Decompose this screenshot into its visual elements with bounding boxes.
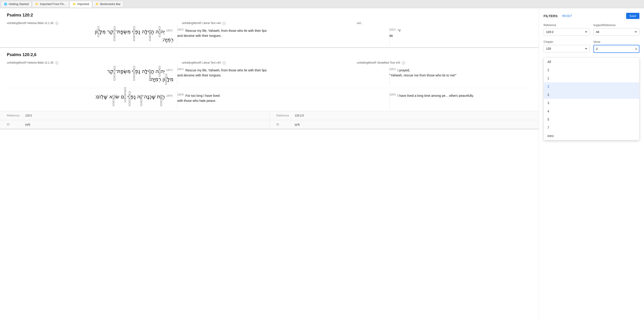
meta-value-ref-1: 120:2	[25, 114, 32, 117]
chapter-select[interactable]: 120	[544, 45, 590, 52]
dropdown-item-3[interactable]: 3	[544, 99, 639, 107]
dropdown-item-5[interactable]: 5	[544, 115, 639, 124]
filter-row-reference: Reference 120:2 SupportReference All	[544, 24, 640, 36]
support-reference-select[interactable]: All	[594, 28, 640, 36]
verse-dropdown: All 2 1 2 2 3 4 5 7 intro	[544, 58, 640, 140]
literal-text-1: 120:2 Rescue my life, Yahweh, from those…	[177, 28, 386, 38]
verse-ref-2-2: 120:6	[166, 94, 172, 97]
literal-col-1: 120:2 Rescue my life, Yahweh, from those…	[177, 26, 390, 46]
support-reference-select-container: All	[594, 28, 640, 36]
text-columns-1: 120:2 יְהוָ֗ה הַצִּ֣ילָה נַפְשִׁ֣י מִשְּ…	[7, 26, 532, 46]
info-icon-2-3[interactable]: ℹ	[402, 61, 405, 64]
verse-ref-simplified-1: 120:2	[390, 28, 396, 31]
tab-bookmarks-bar[interactable]: 📁 Bookmarks Bar	[92, 1, 124, 7]
meta-value-id-1: yy4j	[25, 123, 30, 126]
source-col-1-2: unfoldingWord® Literal Text v44 ℹ	[182, 20, 357, 26]
simplified-col-2-2: 120:6 I have lived a long time among pe.…	[390, 91, 532, 109]
verse-ref-2-1: 120:2	[166, 69, 172, 72]
dropdown-item-2-selected-1[interactable]: 2	[544, 82, 639, 90]
reset-button[interactable]: RESET	[562, 14, 572, 18]
source-col-2-2: unfoldingWord® Literal Text v44 ℹ	[182, 60, 357, 66]
source-col-1-1: unfoldingWord® Hebrew Bible v2.1.30 ℹ	[7, 20, 182, 26]
source-col-2-3: unfoldingWord® Simplified Text v43 ℹ	[357, 60, 532, 66]
filter-group-chapter: Chapter 120	[544, 40, 590, 53]
source-col-1-3: unf...	[357, 20, 532, 26]
dropdown-item-2-selected-2[interactable]: 2	[544, 90, 639, 99]
verse-ref-literal-1: 120:2	[177, 28, 184, 31]
tab-imported[interactable]: 📁 Imported	[70, 1, 92, 7]
source-cols-2: unfoldingWord® Hebrew Bible v2.1.30 ℹ un…	[7, 60, 532, 66]
verse-ref-literal-2-1: 120:2	[177, 68, 184, 70]
main-container: Psalms 120:2 unfoldingWord® Hebrew Bible…	[0, 8, 644, 319]
verse-clear-button[interactable]: ✕	[634, 47, 638, 51]
meta-key-ref-2: Reference	[276, 114, 290, 117]
filter-group-support-reference: SupportReference All	[594, 24, 640, 36]
folder-icon-2: 📁	[72, 2, 76, 6]
hebrew-col-2-2: 120:6 רַבַּ֣ת שָׁכְנָה־לָּ֣הּ נַפְשִׁ֑י …	[7, 91, 177, 109]
meta-key-ref-1: Reference	[7, 114, 20, 117]
chapter-label: Chapter	[544, 40, 590, 44]
meta-value-id-2: yy4j	[295, 123, 300, 126]
dropdown-item-2-first[interactable]: 2	[544, 66, 639, 74]
filter-group-reference: Reference 120:2	[544, 24, 590, 36]
reference-select[interactable]: 120:2	[544, 28, 590, 36]
meta-value-ref-2: 120:2,6	[295, 114, 304, 117]
simplified-col-2-1: 120:2 I prayed, "Yahweh, rescue me from …	[390, 66, 532, 85]
result-item-2: Psalms 120:2,6 unfoldingWord® Hebrew Bib…	[0, 48, 539, 129]
folder-icon-1: 📁	[35, 2, 38, 6]
metadata-reference-row: Reference 120:2 Reference 120:2,6	[0, 111, 539, 120]
verse-ref-simplified-2-1: 120:2	[390, 68, 396, 70]
dropdown-item-all[interactable]: All	[544, 58, 639, 66]
source-label-2-2: unfoldingWord® Literal Text v44	[182, 60, 221, 65]
source-label-2-3: unfoldingWord® Simplified Text v43	[357, 60, 400, 65]
hebrew-text-2-1: 120:2 יְהוָ֗ה הַצִּ֣ילָה נַפְשִׁ֣י מִשְּ…	[7, 67, 174, 83]
dropdown-item-1[interactable]: 1	[544, 74, 639, 82]
metadata-cell-id-1: ID yy4j	[0, 120, 270, 129]
filter-row-chapter-verse: Chapter 120 Verse ✕	[544, 40, 640, 53]
source-col-2-1: unfoldingWord® Hebrew Bible v2.1.30 ℹ	[7, 60, 182, 66]
dropdown-item-4[interactable]: 4	[544, 107, 639, 115]
filters-title: FILTERS	[544, 14, 558, 18]
save-button[interactable]: Save	[626, 13, 640, 19]
tab-bar: 🌐 Getting Started 📁 Imported From Fir...…	[0, 0, 644, 8]
tab-bookmarks-bar-label: Bookmarks Bar	[100, 2, 120, 6]
source-label-2-1: unfoldingWord® Hebrew Bible v2.1.30	[7, 60, 53, 65]
verse-block-2-2: 120:6 רַבַּ֣ת שָׁכְנָה־לָּ֣הּ נַפְשִׁ֑י …	[7, 91, 532, 109]
metadata-id-row: ID yy4j ID yy4j	[0, 120, 539, 129]
simplified-text-1: 120:2 "Yde	[390, 28, 528, 38]
verse-ref-1: 120:2	[166, 29, 172, 32]
folder-icon-3: 📁	[96, 2, 99, 6]
verse-ref-simplified-2-2: 120:6	[390, 93, 396, 96]
dropdown-item-intro[interactable]: intro	[544, 132, 639, 140]
metadata-cell-ref-1: Reference 120:2	[0, 111, 270, 120]
tab-getting-started[interactable]: 🌐 Getting Started	[1, 1, 32, 7]
hebrew-text-1: 120:2 יְהוָ֗ה הַצִּ֣ילָה נַפְשִׁ֣י מִשְּ…	[7, 28, 174, 44]
hebrew-col-2-1: 120:2 יְהוָ֗ה הַצִּ֣ילָה נַפְשִׁ֣י מִשְּ…	[7, 66, 177, 85]
result-title-1: Psalms 120:2	[7, 13, 532, 18]
chapter-select-container: 120	[544, 45, 590, 52]
simplified-text-2-2: 120:6 I have lived a long time among pe.…	[390, 93, 528, 98]
tab-imported-label: Imported	[77, 2, 89, 6]
verse-ref-literal-2-2: 120:6	[177, 93, 184, 96]
reference-label: Reference	[544, 24, 590, 27]
info-icon-1-1[interactable]: ℹ	[55, 22, 58, 25]
globe-icon: 🌐	[4, 2, 7, 6]
info-icon-2-2[interactable]: ℹ	[222, 61, 226, 64]
source-label-1-3: unf...	[357, 20, 363, 26]
source-label-1-2: unfoldingWord® Literal Text v44	[182, 20, 221, 26]
info-icon-1-2[interactable]: ℹ	[222, 22, 226, 25]
dropdown-item-7[interactable]: 7	[544, 124, 639, 132]
literal-text-2-2: 120:6 For too long I have lived with tho…	[177, 93, 386, 103]
literal-col-2-1: 120:2 Rescue my life, Yahweh, from those…	[177, 66, 390, 85]
filter-header: FILTERS RESET Save	[544, 13, 640, 19]
info-icon-2-1[interactable]: ℹ	[55, 61, 58, 64]
literal-text-2-1: 120:2 Rescue my life, Yahweh, from those…	[177, 67, 386, 78]
hebrew-text-2-2: 120:6 רַבַּ֣ת שָׁכְנָה־לָּ֣הּ נַפְשִׁ֑י …	[7, 93, 174, 101]
result-title-2: Psalms 120:2,6	[7, 52, 532, 57]
source-cols-1: unfoldingWord® Hebrew Bible v2.1.30 ℹ un…	[7, 20, 532, 26]
simplified-col-1: 120:2 "Yde	[390, 26, 532, 46]
metadata-cell-id-2: ID yy4j	[270, 120, 539, 129]
tab-imported-from-fir[interactable]: 📁 Imported From Fir...	[32, 1, 69, 7]
verse-label: Verse	[594, 40, 640, 44]
verse-input[interactable]	[594, 45, 640, 53]
